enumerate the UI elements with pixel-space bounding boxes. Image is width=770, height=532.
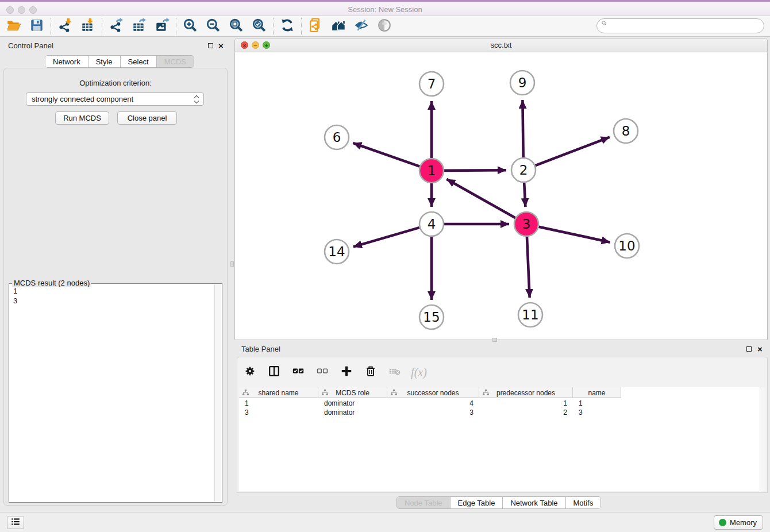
zoom-fit-button[interactable]	[225, 17, 248, 36]
graph-node-10[interactable]: 10	[615, 234, 639, 258]
graph-node-14[interactable]: 14	[325, 240, 349, 264]
table-cell[interactable]: 3	[573, 408, 621, 417]
table-row[interactable]: 3dominator323	[239, 408, 621, 417]
edge-3-1[interactable]	[446, 179, 515, 218]
zoom-in-button[interactable]	[179, 17, 202, 36]
hide-selected-button[interactable]	[350, 17, 373, 36]
zoom-out-button[interactable]	[202, 17, 225, 36]
table-cell[interactable]: 1	[573, 399, 621, 408]
horizontal-splitter-handle[interactable]	[492, 338, 497, 342]
task-history-button[interactable]	[7, 516, 24, 529]
column-header-name[interactable]: name	[573, 387, 621, 398]
memory-button[interactable]: Memory	[714, 515, 763, 530]
memory-status-icon	[719, 519, 726, 526]
select-all-checkbox-button[interactable]	[290, 363, 306, 381]
table-cell[interactable]: 1	[239, 399, 318, 408]
close-panel-button[interactable]: Close panel	[117, 111, 177, 125]
export-network-button[interactable]	[105, 17, 128, 36]
export-table-button[interactable]	[128, 17, 151, 36]
graph-node-15[interactable]: 15	[419, 305, 444, 329]
graph-node-3[interactable]: 3	[514, 212, 538, 236]
table-cell[interactable]: 3	[387, 408, 479, 417]
import-table-button[interactable]	[76, 17, 99, 36]
search-input[interactable]	[610, 20, 764, 32]
edge-2-3[interactable]	[524, 183, 525, 207]
list-icon	[10, 516, 21, 529]
refresh-layout-icon	[280, 18, 295, 35]
column-header-successor-nodes[interactable]: successor nodes	[387, 387, 479, 398]
graph-node-8[interactable]: 8	[614, 119, 638, 143]
table-panel-float-button[interactable]	[746, 346, 752, 352]
window-title: Session: New Session	[0, 5, 770, 14]
column-header-MCDS-role[interactable]: MCDS role	[318, 387, 387, 398]
table-cell[interactable]: dominator	[318, 399, 387, 408]
edge-4-14[interactable]	[353, 228, 419, 246]
graph-node-6[interactable]: 6	[325, 125, 349, 149]
tab-network[interactable]: Network	[45, 56, 88, 67]
edge-2-8[interactable]	[536, 137, 610, 165]
control-panel-close-button[interactable]: ×	[218, 43, 224, 48]
tab-node-table[interactable]: Node Table	[397, 497, 450, 508]
edge-1-2[interactable]	[444, 170, 506, 171]
first-neighbors-button[interactable]	[327, 17, 350, 36]
tab-edge-table[interactable]: Edge Table	[450, 497, 503, 508]
tab-style[interactable]: Style	[88, 56, 120, 67]
vertical-splitter-handle[interactable]	[230, 261, 234, 267]
node-table-header: shared nameMCDS rolesuccessor nodesprede…	[239, 387, 621, 398]
zoom-selected-button[interactable]	[248, 17, 271, 36]
table-cell[interactable]: 1	[479, 399, 573, 408]
table-cell[interactable]: dominator	[318, 408, 387, 417]
export-image-button[interactable]	[151, 17, 174, 36]
optimization-criterion-dropdown[interactable]: strongly connected component	[26, 92, 204, 106]
save-session-button[interactable]	[25, 17, 48, 36]
table-panel-close-button[interactable]: ×	[757, 346, 763, 352]
edge-1-6[interactable]	[353, 143, 419, 167]
graph-node-1[interactable]: 1	[419, 159, 444, 183]
toolbar-separator	[273, 18, 274, 35]
table-cell[interactable]: 2	[479, 408, 573, 417]
network-canvas[interactable]: 7968124314101511	[236, 52, 767, 338]
table-cell[interactable]: 4	[387, 399, 479, 408]
tab-mcds[interactable]: MCDS	[156, 56, 194, 67]
tab-motifs[interactable]: Motifs	[565, 497, 601, 508]
column-header-shared-name[interactable]: shared name	[239, 387, 318, 398]
settings-gear-button[interactable]	[242, 363, 258, 381]
edge-2-9[interactable]	[522, 100, 523, 157]
graph-node-11[interactable]: 11	[518, 303, 542, 327]
status-bar: Memory	[0, 512, 770, 532]
toolbar-separator	[176, 18, 176, 35]
edge-3-11[interactable]	[527, 237, 530, 298]
import-network-button[interactable]	[53, 17, 76, 36]
mcds-result-textarea[interactable]: 1 3	[10, 286, 214, 501]
control-panel-float-button[interactable]	[208, 43, 213, 48]
column-header-predecessor-nodes[interactable]: predecessor nodes	[479, 387, 573, 398]
column-header-label: MCDS role	[336, 389, 369, 397]
open-session-button[interactable]	[2, 17, 25, 36]
first-neighbors-icon	[331, 18, 346, 35]
function-builder-button[interactable]: f(x)	[411, 363, 427, 381]
new-network-from-selection-button[interactable]	[304, 17, 327, 36]
deselect-all-checkbox-button[interactable]	[314, 363, 330, 381]
table-panel-title: Table Panel	[241, 345, 280, 353]
add-row-button[interactable]	[338, 363, 355, 381]
mcds-result-scrollbar[interactable]	[214, 284, 221, 502]
delete-table-icon	[388, 365, 401, 380]
split-columns-button[interactable]	[266, 363, 282, 381]
graph-node-2[interactable]: 2	[511, 158, 536, 182]
table-panel-header: Table Panel ×	[234, 342, 768, 357]
edge-3-10[interactable]	[538, 227, 610, 242]
table-cell[interactable]: 3	[239, 408, 318, 417]
delete-row-button[interactable]	[363, 363, 379, 381]
graph-node-4[interactable]: 4	[419, 212, 444, 236]
tab-select[interactable]: Select	[120, 56, 156, 67]
graph-node-7[interactable]: 7	[419, 72, 444, 96]
graph-node-9[interactable]: 9	[510, 71, 534, 95]
run-mcds-button[interactable]: Run MCDS	[55, 111, 109, 125]
show-all-button[interactable]	[373, 17, 396, 36]
tab-network-table[interactable]: Network Table	[502, 497, 565, 508]
refresh-layout-button[interactable]	[276, 17, 299, 36]
delete-table-button[interactable]	[387, 363, 403, 381]
column-header-label: name	[588, 389, 605, 397]
table-row[interactable]: 1dominator411	[239, 399, 621, 408]
node-table-scrollbar[interactable]	[760, 387, 765, 491]
